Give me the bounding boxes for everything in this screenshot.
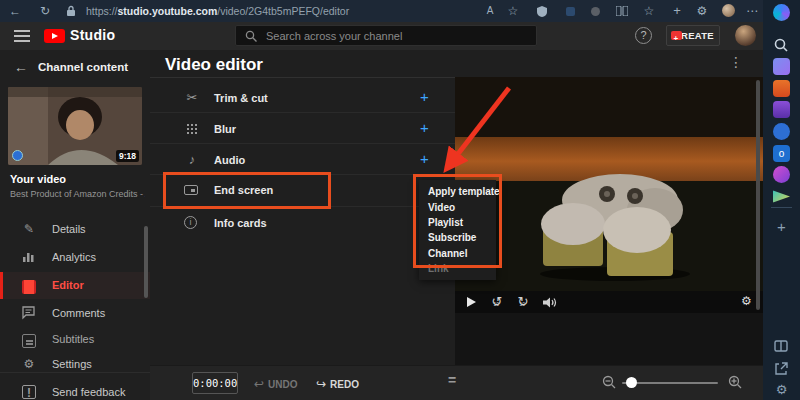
editor-main: Video editor ⋮ ✂ Trim & cut + Blur + ♪ A… (150, 50, 763, 400)
back-arrow-icon[interactable]: ← (14, 59, 28, 75)
menu-item-apply-template[interactable]: Apply template (419, 184, 496, 199)
add-trim-icon[interactable]: + (420, 88, 429, 105)
favorites-star-icon[interactable]: ☆ (504, 0, 522, 22)
sidebar-item-details[interactable]: ✎ Details (0, 216, 150, 243)
video-card-subtitle: Best Product of Amazon Credits - A... (10, 189, 145, 199)
undo-button[interactable]: ↩UNDO (254, 377, 298, 391)
add-circle-icon[interactable]: + (668, 0, 686, 22)
menu-item-subscribe[interactable]: Subscribe (419, 230, 496, 245)
zoom-in-icon[interactable] (728, 375, 744, 391)
playhead-timestamp[interactable]: 0:00:00 (192, 372, 238, 394)
player-settings-icon[interactable]: ⚙ (741, 294, 752, 308)
feature-label: End screen (214, 184, 273, 196)
m365-icon[interactable] (773, 80, 790, 97)
hamburger-menu-icon[interactable] (14, 30, 30, 42)
subtitles-icon (22, 334, 36, 348)
sidebar-item-subtitles[interactable]: Subtitles (0, 326, 150, 353)
comment-icon (22, 306, 36, 320)
zoom-out-icon[interactable] (602, 375, 618, 391)
sidebar-item-comments[interactable]: Comments (0, 300, 150, 327)
youtube-logo-icon[interactable] (44, 29, 65, 43)
feature-row-blur[interactable]: Blur + (150, 114, 455, 144)
url-path: /video/2G4tb5mPEFQ/editor (217, 5, 349, 17)
forward-10-icon[interactable]: ↻10 (515, 294, 531, 309)
video-thumbnail[interactable]: 9:18 (8, 87, 142, 165)
thumbnail-badge-icon (12, 150, 23, 161)
help-icon[interactable]: ? (635, 27, 652, 44)
channel-avatar[interactable] (735, 25, 756, 46)
feature-row-info-cards[interactable]: i Info cards (150, 208, 455, 240)
channel-search[interactable] (235, 25, 537, 46)
browser-profile-avatar[interactable] (722, 4, 735, 17)
sidebar-item-editor[interactable]: Editor (0, 272, 150, 299)
url-prefix: https:// (86, 5, 118, 17)
undo-icon: ↩ (254, 377, 264, 391)
text-size-icon[interactable]: A (481, 0, 499, 22)
sidebar-settings-icon[interactable]: ⚙ (773, 381, 790, 398)
feature-row-audio[interactable]: ♪ Audio + (150, 145, 455, 175)
kebab-menu-icon[interactable]: ⋮ (728, 54, 744, 70)
sidebar-scrollbar[interactable] (144, 226, 148, 298)
feature-label: Blur (214, 123, 236, 135)
open-external-icon[interactable] (773, 360, 790, 377)
gear-icon: ⚙ (22, 357, 36, 371)
copilot-icon[interactable] (773, 4, 790, 21)
pencil-icon: ✎ (22, 222, 36, 236)
collections-star-icon[interactable]: ☆ (640, 0, 658, 22)
channel-content-label[interactable]: Channel content (38, 61, 128, 73)
play-icon[interactable] (467, 297, 476, 307)
add-audio-icon[interactable]: + (420, 150, 429, 167)
sidebar-item-label: Details (52, 223, 86, 235)
rewind-10-icon[interactable]: ↺10 (489, 294, 505, 309)
browser-more-icon[interactable]: ⋯ (743, 0, 761, 22)
page-title: Video editor (165, 55, 263, 75)
studio-brand[interactable]: Studio (70, 27, 115, 43)
volume-icon[interactable] (543, 297, 557, 308)
sidebar-item-analytics[interactable]: Analytics (0, 244, 150, 271)
sidebar-item-label: Subtitles (52, 333, 94, 345)
search-input[interactable] (264, 26, 524, 45)
end-screen-icon (184, 185, 198, 195)
sidebar-item-settings[interactable]: ⚙ Settings (0, 351, 150, 378)
feature-row-end-screen[interactable]: End screen (150, 175, 455, 207)
menu-item-playlist[interactable]: Playlist (419, 215, 496, 230)
tab-actions-icon[interactable] (773, 338, 790, 355)
browser-toolbar: ← ↻ https://studio.youtube.com/video/2G4… (0, 0, 763, 22)
feedback-icon: ! (22, 385, 36, 399)
redo-label: REDO (330, 379, 359, 390)
people-icon[interactable] (773, 101, 790, 118)
redo-icon: ↪ (316, 377, 326, 391)
zoom-slider-knob[interactable] (626, 377, 637, 388)
content-scrollbar[interactable] (756, 80, 760, 310)
extension-icon[interactable] (566, 7, 575, 16)
lock-icon (66, 5, 76, 17)
split-screen-icon[interactable] (616, 6, 628, 16)
menu-item-channel[interactable]: Channel (419, 246, 496, 261)
add-blur-icon[interactable]: + (420, 119, 429, 136)
stream-video-icon[interactable] (773, 123, 790, 140)
shield-icon[interactable] (537, 6, 547, 17)
browser-essentials-icon[interactable]: ⚙ (693, 0, 711, 22)
address-bar[interactable]: https://studio.youtube.com/video/2G4tb5m… (86, 0, 349, 22)
browser-refresh-icon[interactable]: ↻ (36, 0, 54, 22)
designer-icon[interactable] (773, 166, 790, 183)
edge-sidebar: o + ⚙ (763, 0, 800, 400)
timeline-snap-icon[interactable]: = (448, 372, 456, 388)
earbuds-image (515, 162, 705, 282)
create-button[interactable]: CREATE (666, 25, 720, 46)
search-icon (245, 30, 258, 43)
redo-button[interactable]: ↪REDO (316, 377, 359, 391)
video-frame[interactable] (455, 77, 763, 291)
extension-icon-2[interactable] (591, 7, 600, 16)
video-card-title: Your video (10, 173, 66, 185)
blur-icon (186, 123, 198, 135)
sidebar-add-icon[interactable]: + (773, 218, 790, 235)
sidebar-search-icon[interactable] (773, 37, 790, 54)
feature-row-trim-cut[interactable]: ✂ Trim & cut + (150, 83, 455, 113)
sidebar-item-send-feedback[interactable]: ! Send feedback (0, 379, 150, 400)
menu-item-video[interactable]: Video (419, 199, 496, 214)
paper-plane-icon[interactable] (773, 188, 790, 205)
outlook-icon[interactable]: o (773, 145, 790, 162)
browser-back-icon[interactable]: ← (6, 0, 24, 22)
shopping-icon[interactable] (773, 58, 790, 75)
